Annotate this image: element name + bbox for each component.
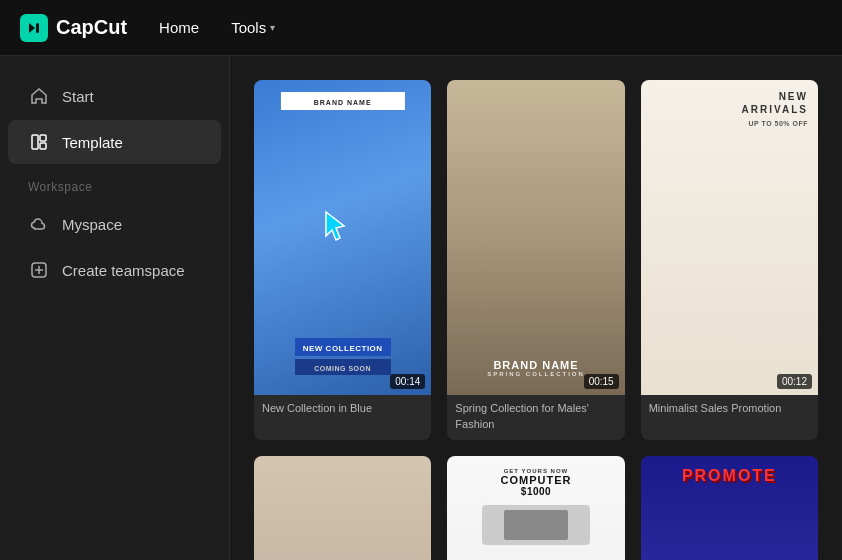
thumbnail-limited-sale: LIMITED SALE 00:13 [254,456,431,560]
template-card-minimalist-sales[interactable]: NEWARRIVALS UP TO 50% OFF 00:12 Minimali… [641,80,818,440]
thumbnail-spring-collection: BRAND NAME SPRING COLLECTION 00:15 [447,80,624,395]
chevron-down-icon: ▾ [270,22,275,33]
svg-rect-3 [40,143,46,149]
svg-rect-1 [32,135,38,149]
logo-text: CapCut [56,16,127,39]
sidebar-item-create-teamspace[interactable]: Create teamspace [8,248,221,292]
thumbnail-new-collection: BRAND NAME NEW COLLECTION COMING SOON [254,80,431,395]
body: Start Template Workspace Myspace [0,56,842,560]
svg-rect-0 [36,23,39,33]
home-icon [28,85,50,107]
nav-tools[interactable]: Tools ▾ [231,19,275,36]
sidebar-item-template[interactable]: Template [8,120,221,164]
workspace-label: Workspace [0,166,229,200]
thumbnail-minimalist-sales: NEWARRIVALS UP TO 50% OFF 00:12 [641,80,818,395]
template-card-limited-sale[interactable]: LIMITED SALE 00:13 Limited Sale [254,456,431,560]
template-icon [28,131,50,153]
sidebar: Start Template Workspace Myspace [0,56,230,560]
template-card-computer[interactable]: GET YOURS NOW COMPUTER $1000 00:13 Compu… [447,456,624,560]
header: CapCut Home Tools ▾ [0,0,842,56]
logo[interactable]: CapCut [20,14,127,42]
template-card-spring-collection[interactable]: BRAND NAME SPRING COLLECTION 00:15 Sprin… [447,80,624,440]
svg-rect-2 [40,135,46,141]
template-title-new-collection: New Collection in Blue [254,395,431,424]
nav-home[interactable]: Home [159,19,199,36]
sidebar-item-myspace[interactable]: Myspace [8,202,221,246]
main-content: BRAND NAME NEW COLLECTION COMING SOON [230,56,842,560]
template-card-new-collection[interactable]: BRAND NAME NEW COLLECTION COMING SOON [254,80,431,440]
thumbnail-computer: GET YOURS NOW COMPUTER $1000 00:13 [447,456,624,560]
sidebar-item-start[interactable]: Start [8,74,221,118]
template-title-minimalist-sales: Minimalist Sales Promotion [641,395,818,424]
duration-badge: 00:12 [777,374,812,389]
duration-badge: 00:15 [584,374,619,389]
thumbnail-promote-online: PROMOTE ONLINE 00:15 [641,456,818,560]
cloud-icon [28,213,50,235]
template-card-promote-online[interactable]: PROMOTE ONLINE 00:15 Promote Online [641,456,818,560]
logo-icon [20,14,48,42]
templates-grid: BRAND NAME NEW COLLECTION COMING SOON [254,80,818,560]
plus-icon [28,259,50,281]
duration-badge: 00:14 [390,374,425,389]
template-title-spring-collection: Spring Collection for Males' Fashion [447,395,624,440]
